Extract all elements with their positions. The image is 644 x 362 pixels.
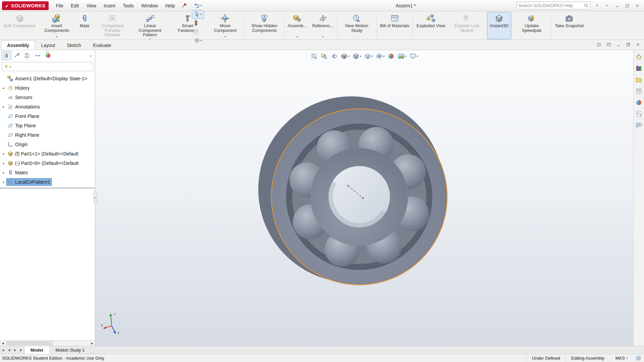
panel-splitter-handle[interactable]: [94, 191, 97, 204]
dropdown-caret-icon[interactable]: ▾: [201, 39, 202, 42]
solidworks-resources-button[interactable]: [635, 53, 643, 61]
tab-model[interactable]: Model: [24, 346, 50, 354]
rebuild-button[interactable]: [192, 19, 201, 28]
zoom-to-fit-button[interactable]: [309, 52, 318, 60]
menu-window[interactable]: Window: [138, 1, 162, 11]
tree-item-top-plane[interactable]: Top Plane: [0, 121, 95, 130]
dropdown-caret-icon[interactable]: ▾: [297, 35, 298, 39]
search-icon[interactable]: [584, 3, 589, 8]
file-explorer-button[interactable]: [635, 76, 643, 84]
globe-icon[interactable]: [636, 355, 641, 361]
expand-arrow-icon[interactable]: ▸: [1, 180, 6, 184]
update-speedpak-button[interactable]: Update Speedpak: [513, 12, 550, 39]
tab-layout[interactable]: Layout: [35, 40, 61, 50]
menu-view[interactable]: View: [83, 1, 100, 11]
referenc-button[interactable]: Referenc...▾: [310, 12, 336, 39]
scroll-left-icon[interactable]: ◀: [0, 341, 6, 346]
expand-arrow-icon[interactable]: ▸: [1, 162, 6, 165]
units-caret-icon[interactable]: ▾: [626, 357, 628, 360]
custom-properties-button[interactable]: [635, 110, 643, 118]
menu-tools[interactable]: Tools: [119, 1, 138, 11]
appearances-scenes-button[interactable]: [635, 98, 643, 106]
previous-view-button[interactable]: [329, 52, 338, 60]
tree-item-front-plane[interactable]: Front Plane: [0, 111, 95, 121]
tab-scroll-right-icon[interactable]: ▶: [12, 346, 18, 354]
dropdown-caret-icon[interactable]: ▾: [405, 55, 407, 58]
dropdown-caret-icon[interactable]: ▾: [56, 35, 57, 39]
property-manager-tab[interactable]: [12, 51, 22, 60]
tree-item-history[interactable]: ▸History: [0, 83, 95, 93]
display-style-button[interactable]: ▾: [363, 52, 374, 60]
design-library-button[interactable]: [635, 64, 643, 72]
doc-restore-button[interactable]: [625, 41, 632, 48]
tab-assembly[interactable]: Assembly: [1, 40, 35, 50]
exploded-view-button[interactable]: Exploded View: [414, 12, 448, 39]
dropdown-caret-icon[interactable]: ▾: [371, 55, 373, 58]
new-motion-study-button[interactable]: New Motion Study: [338, 12, 376, 39]
select-button[interactable]: ▾: [192, 10, 204, 19]
split-view-button[interactable]: [596, 41, 602, 48]
section-view-button[interactable]: ▾: [339, 52, 350, 60]
print-button[interactable]: ▾: [192, 0, 204, 1]
bill-of-materials-button[interactable]: Bill of Materials: [377, 12, 412, 39]
configuration-manager-tab[interactable]: [22, 51, 32, 60]
tab-sketch[interactable]: Sketch: [61, 40, 87, 50]
view-orientation-button[interactable]: ▾: [351, 52, 362, 60]
dropdown-caret-icon[interactable]: ▾: [417, 55, 418, 58]
view-palette-button[interactable]: [635, 87, 643, 95]
tree-item-part2-8-default-default[interactable]: ▸(-) Part2<8> (Default<<Default: [0, 159, 95, 168]
tree-item-sensors[interactable]: Sensors: [0, 93, 95, 102]
menu-file[interactable]: File: [52, 1, 67, 11]
filter-caret-icon[interactable]: ▾: [10, 65, 11, 69]
panel-collapse-dot[interactable]: [46, 51, 49, 54]
options-button[interactable]: ▾: [192, 36, 204, 45]
move-component-button[interactable]: Move Component▾: [206, 12, 244, 39]
tab-motion-study-1[interactable]: Motion Study 1: [50, 346, 91, 354]
doc-minimize-button[interactable]: [615, 41, 622, 48]
tree-filter-box[interactable]: ▾: [2, 62, 93, 71]
scroll-right-icon[interactable]: ▶: [89, 341, 95, 346]
scrollbar-thumb[interactable]: [6, 341, 52, 345]
panel-horizontal-scrollbar[interactable]: ◀ ▶: [0, 340, 95, 346]
menu-edit[interactable]: Edit: [67, 1, 83, 11]
doc-close-button[interactable]: [635, 41, 641, 48]
bearing-model[interactable]: [95, 50, 633, 346]
tab-scroll-right-icon[interactable]: ▶: [18, 346, 24, 354]
insert-components-button[interactable]: Insert Components▾: [38, 12, 75, 39]
tree-item-assem1-default-display-state-1[interactable]: Assem1 (Default<Display State-1>: [0, 74, 95, 83]
unit-system-selector[interactable]: MKS ▾: [610, 354, 633, 362]
linear-component-pattern-button[interactable]: Linear Component Pattern▾: [131, 12, 169, 39]
minimize-button[interactable]: [612, 1, 622, 10]
tab-evaluate[interactable]: Evaluate: [87, 40, 117, 50]
expand-arrow-icon[interactable]: ▸: [1, 152, 6, 155]
new-window-button[interactable]: [605, 41, 612, 48]
graphics-area[interactable]: ▾▾▾▾▾▾ Y X Z: [95, 50, 633, 346]
rollback-bar[interactable]: [0, 188, 95, 188]
dropdown-caret-icon[interactable]: ▾: [360, 55, 361, 58]
dropdown-caret-icon[interactable]: ▾: [201, 4, 202, 7]
hide-show-items-button[interactable]: ▾: [375, 52, 386, 60]
zoom-to-area-button[interactable]: [319, 52, 328, 60]
tree-item-localcirpattern1[interactable]: ▸LocalCirPattern1: [0, 177, 95, 187]
tree-item-origin[interactable]: Origin: [0, 140, 95, 149]
edit-appearance-button[interactable]: [387, 52, 396, 60]
tree-item-annotations[interactable]: ▸Annotations: [0, 102, 95, 111]
take-snapshot-button[interactable]: Take Snapshot: [552, 12, 586, 39]
tab-scroll-left-icon[interactable]: ◀: [0, 346, 6, 354]
help-search-input[interactable]: [518, 3, 584, 8]
expand-arrow-icon[interactable]: ▸: [1, 86, 6, 90]
tab-scroll-left-icon[interactable]: ◀: [6, 346, 12, 354]
undo-button[interactable]: ▾: [192, 1, 204, 10]
menu-insert[interactable]: Insert: [100, 1, 119, 11]
tree-item-right-plane[interactable]: Right Plane: [0, 130, 95, 140]
feature-manager-tab[interactable]: [1, 51, 11, 60]
apply-scene-button[interactable]: ▾: [397, 52, 408, 60]
panel-flyout-chevron-icon[interactable]: ›: [88, 53, 94, 58]
assemb-button[interactable]: Assemb...▾: [285, 12, 310, 39]
instant3d-button[interactable]: Instant3D: [487, 12, 512, 39]
maximize-button[interactable]: [623, 1, 632, 10]
tree-item-mates[interactable]: ▸Mates: [0, 168, 95, 177]
dimxpert-manager-tab[interactable]: [33, 51, 43, 60]
tree-item-f-part1-1-default-default[interactable]: ▸(f) Part1<1> (Default<<Default: [0, 149, 95, 159]
expand-arrow-icon[interactable]: ▸: [1, 105, 6, 108]
